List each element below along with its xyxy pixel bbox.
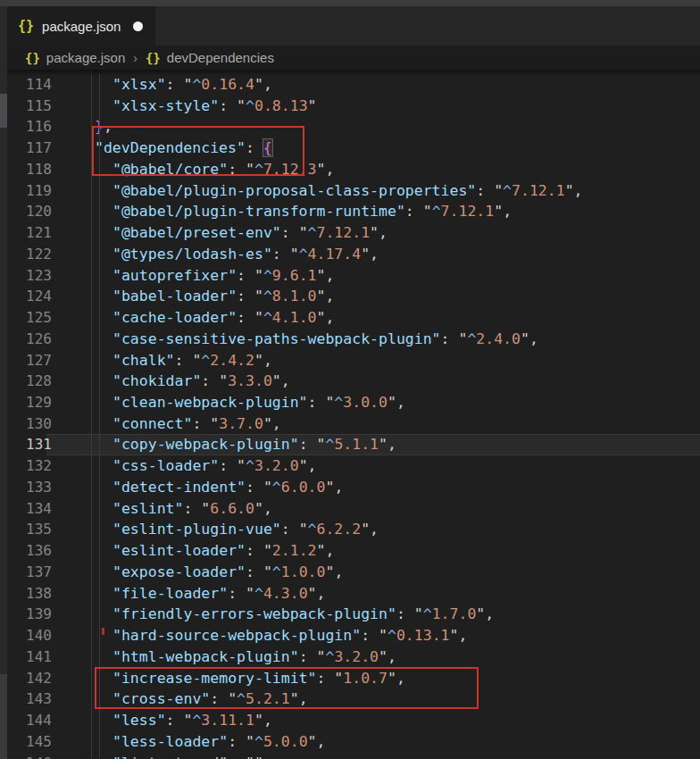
- line-number[interactable]: 142: [7, 668, 52, 689]
- line-number[interactable]: 139: [7, 604, 52, 625]
- line-number[interactable]: 122: [7, 244, 52, 265]
- code-line[interactable]: 128"chokidar": "3.3.0",: [7, 371, 700, 392]
- left-panel-edge-thumb[interactable]: [0, 674, 7, 759]
- code-line[interactable]: 115"xlsx-style": "^0.8.13": [7, 96, 700, 117]
- code-line[interactable]: 142"increase-memory-limit": "1.0.7",: [7, 668, 700, 689]
- line-number[interactable]: 140: [7, 625, 52, 646]
- line-content: "copy-webpack-plugin": "^5.1.1",: [52, 434, 396, 455]
- line-number[interactable]: 129: [7, 392, 52, 413]
- line-number[interactable]: 120: [7, 201, 52, 222]
- line-number[interactable]: 117: [7, 138, 52, 159]
- line-number[interactable]: 128: [7, 371, 52, 392]
- code-line[interactable]: 139"friendly-errors-webpack-plugin": "^1…: [7, 604, 700, 625]
- line-number[interactable]: 135: [7, 519, 52, 540]
- code-line[interactable]: 118"@babel/core": "^7.12.3",: [7, 159, 700, 180]
- value-quote: ": [263, 563, 272, 580]
- code-line[interactable]: 141"html-webpack-plugin": "^3.2.0",: [7, 646, 700, 668]
- line-number[interactable]: 114: [7, 74, 52, 96]
- code-line[interactable]: 126"case-sensitive-paths-webpack-plugin"…: [7, 329, 700, 350]
- line-number[interactable]: 145: [7, 731, 52, 753]
- version-value: 9.6.1: [272, 267, 317, 284]
- version-value: 3.2.0: [254, 457, 299, 474]
- code-line[interactable]: 145"less-loader": "^5.0.0",: [7, 731, 700, 753]
- code-line[interactable]: 123"autoprefixer": "^9.6.1",: [7, 265, 700, 287]
- line-number[interactable]: 116: [7, 116, 52, 138]
- code-line[interactable]: 143"cross-env": "^5.2.1",: [7, 688, 700, 710]
- line-number[interactable]: 141: [7, 646, 52, 668]
- line-number[interactable]: 131: [7, 434, 52, 455]
- colon: :: [308, 394, 326, 411]
- colon: :: [166, 76, 184, 93]
- colon: :: [183, 500, 201, 517]
- line-content: "hard-source-webpack-plugin": "^0.13.1",: [52, 625, 467, 646]
- line-number[interactable]: 125: [7, 307, 52, 329]
- code-line[interactable]: 117"devDependencies": {: [7, 138, 700, 159]
- code-line[interactable]: 134"eslint": "6.6.0",: [7, 498, 700, 520]
- value-quote: ": [290, 246, 299, 263]
- code-line[interactable]: 127"chalk": "^2.4.2",: [7, 350, 700, 371]
- code-line[interactable]: 125"cache-loader": "^4.1.0",: [7, 307, 700, 329]
- tab-package-json[interactable]: {} package.json: [7, 6, 155, 46]
- colon: :: [299, 436, 317, 453]
- code-line[interactable]: 114"xlsx": "^0.16.4",: [7, 74, 700, 96]
- comma: ,: [308, 457, 317, 474]
- caret-range-token: ^: [432, 203, 441, 220]
- code-line[interactable]: 140"hard-source-webpack-plugin": "^0.13.…: [7, 625, 700, 646]
- value-quote: ": [299, 224, 308, 241]
- modified-dot-icon[interactable]: [133, 21, 143, 31]
- line-number[interactable]: 132: [7, 455, 52, 477]
- code-editor[interactable]: 114"xlsx": "^0.16.4",115"xlsx-style": "^…: [7, 70, 700, 759]
- breadcrumb-item-symbol[interactable]: devDependencies: [167, 50, 274, 65]
- line-number[interactable]: 138: [7, 583, 52, 605]
- code-line[interactable]: 136"eslint-loader": "2.1.2",: [7, 540, 700, 562]
- code-line[interactable]: 131"copy-webpack-plugin": "^5.1.1",: [7, 434, 700, 455]
- code-line[interactable]: 137"expose-loader": "^1.0.0",: [7, 562, 700, 583]
- json-key: "eslint": [112, 500, 183, 517]
- code-line[interactable]: 146"lint-staged": "": [7, 753, 700, 759]
- line-number[interactable]: 123: [7, 265, 52, 287]
- code-line[interactable]: 121"@babel/preset-env": "^7.12.1",: [7, 222, 700, 244]
- code-line[interactable]: 116},: [7, 116, 700, 138]
- line-number[interactable]: 133: [7, 477, 52, 498]
- line-number[interactable]: 121: [7, 222, 52, 244]
- line-number[interactable]: 119: [7, 180, 52, 202]
- comma: ,: [272, 415, 281, 432]
- line-content: "eslint": "6.6.0",: [52, 498, 272, 520]
- line-number[interactable]: 127: [7, 350, 52, 371]
- code-line[interactable]: 120"@babel/plugin-transform-runtime": "^…: [7, 201, 700, 222]
- line-number[interactable]: 130: [7, 413, 52, 435]
- value-quote: ": [308, 97, 317, 114]
- value-quote: ": [246, 755, 254, 759]
- code-line[interactable]: 130"connect": "3.7.0",: [7, 413, 700, 435]
- code-line[interactable]: 122"@types/lodash-es": "^4.17.4",: [7, 244, 700, 265]
- code-line[interactable]: 133"detect-indent": "^6.0.0",: [7, 477, 700, 498]
- colon: :: [210, 690, 228, 707]
- code-line[interactable]: 124"babel-loader": "^8.1.0",: [7, 286, 700, 307]
- comma: ,: [458, 627, 467, 644]
- breadcrumb-item-file[interactable]: package.json: [46, 50, 125, 65]
- code-line[interactable]: 138"file-loader": "^4.3.0",: [7, 583, 700, 605]
- value-quote: ": [388, 394, 396, 411]
- line-number[interactable]: 144: [7, 710, 52, 731]
- annotation-tick: [102, 628, 104, 635]
- json-key: "hard-source-webpack-plugin": [112, 627, 361, 644]
- line-number[interactable]: 146: [7, 753, 52, 759]
- line-number[interactable]: 136: [7, 540, 52, 562]
- line-number[interactable]: 134: [7, 498, 52, 520]
- line-number[interactable]: 143: [7, 688, 52, 710]
- line-number[interactable]: 118: [7, 159, 52, 180]
- code-lines: 114"xlsx": "^0.16.4",115"xlsx-style": "^…: [7, 74, 700, 759]
- line-number[interactable]: 137: [7, 562, 52, 583]
- line-number[interactable]: 126: [7, 329, 52, 350]
- code-line[interactable]: 144"less": "^3.11.1",: [7, 710, 700, 731]
- code-line[interactable]: 129"clean-webpack-plugin": "^3.0.0",: [7, 392, 700, 413]
- colon: :: [246, 139, 263, 156]
- code-line[interactable]: 119"@babel/plugin-proposal-class-propert…: [7, 180, 700, 202]
- caret-range-token: ^: [263, 267, 272, 284]
- colon: :: [299, 648, 317, 665]
- code-line[interactable]: 132"css-loader": "^3.2.0",: [7, 455, 700, 477]
- line-number[interactable]: 115: [7, 96, 52, 117]
- line-number[interactable]: 124: [7, 286, 52, 307]
- version-value: 5.1.1: [334, 436, 379, 453]
- code-line[interactable]: 135"eslint-plugin-vue": "^6.2.2",: [7, 519, 700, 540]
